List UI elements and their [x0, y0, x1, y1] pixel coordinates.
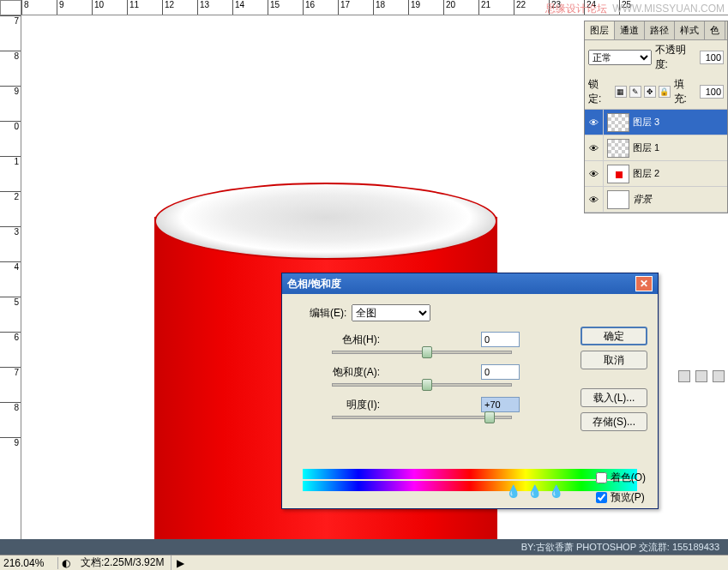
status-flyout-icon[interactable]: ▶: [171, 557, 190, 569]
saturation-input[interactable]: [481, 364, 520, 380]
lock-label: 锁定:: [588, 77, 611, 106]
tab-paths[interactable]: 路径: [645, 21, 675, 39]
fill-label: 填充:: [674, 77, 697, 106]
lock-transparency-icon[interactable]: ▦: [615, 86, 627, 98]
watermark: 思缘设计论坛WWW.MISSYUAN.COM: [545, 2, 725, 16]
ok-button[interactable]: 确定: [581, 327, 647, 345]
visibility-eye-icon[interactable]: [585, 110, 604, 135]
hue-spectrum-top: [303, 469, 637, 479]
layer-thumbnail[interactable]: [607, 165, 629, 183]
saturation-slider[interactable]: [332, 383, 512, 387]
load-button[interactable]: 载入(L)...: [581, 388, 647, 407]
eyedropper-minus-icon[interactable]: 💧: [549, 484, 563, 498]
layer-name-label: 背景: [633, 193, 652, 206]
layers-panel: 图层 通道 路径 样式 色 正常 不透明度: 锁定: ▦ ✎ ✥ 🔒 填充: 图…: [584, 21, 728, 213]
layer-row[interactable]: 图层 3: [585, 110, 727, 135]
close-button[interactable]: ✕: [635, 276, 653, 291]
lock-all-icon[interactable]: 🔒: [659, 86, 671, 98]
hue-input[interactable]: [481, 332, 520, 347]
layer-row[interactable]: 背景: [585, 187, 727, 213]
layer-name-label: 图层 1: [633, 141, 659, 154]
saturation-slider-thumb[interactable]: [422, 379, 432, 391]
layer-thumbnail[interactable]: [607, 139, 629, 158]
hue-saturation-dialog: 色相/饱和度 ✕ 编辑(E): 全图 色相(H): 饱和度(A): 明度(I):…: [281, 273, 659, 509]
tab-styles[interactable]: 样式: [675, 21, 705, 39]
tab-channels[interactable]: 通道: [615, 21, 645, 39]
panel-mini-icons: [678, 370, 725, 382]
visibility-eye-icon[interactable]: [585, 187, 604, 213]
eyedropper-tools: 💧 💧 💧: [506, 484, 563, 498]
eyedropper-icon[interactable]: 💧: [506, 484, 520, 498]
dialog-titlebar[interactable]: 色相/饱和度 ✕: [282, 273, 658, 294]
lightness-input[interactable]: [481, 397, 520, 412]
layer-thumbnail[interactable]: [607, 113, 629, 132]
lock-paint-icon[interactable]: ✎: [629, 86, 641, 98]
opacity-input[interactable]: [700, 51, 724, 64]
hue-slider-thumb[interactable]: [422, 346, 432, 358]
opacity-label: 不透明度:: [655, 43, 696, 72]
hue-slider[interactable]: [332, 351, 512, 354]
dialog-title: 色相/饱和度: [287, 277, 635, 291]
visibility-eye-icon[interactable]: [585, 161, 604, 187]
colorize-checkbox[interactable]: 着色(O): [596, 471, 646, 485]
saturation-label: 饱和度(A):: [292, 365, 387, 380]
zoom-level[interactable]: 216.04%: [0, 557, 58, 569]
tab-layers[interactable]: 图层: [585, 21, 615, 39]
eyedropper-plus-icon[interactable]: 💧: [527, 484, 542, 498]
tab-color[interactable]: 色: [705, 21, 725, 39]
save-button[interactable]: 存储(S)...: [581, 412, 647, 431]
panel-tabs: 图层 通道 路径 样式 色: [585, 21, 727, 40]
visibility-eye-icon[interactable]: [585, 135, 604, 161]
layer-row[interactable]: 图层 2: [585, 161, 727, 187]
lightness-label: 明度(I):: [292, 398, 387, 412]
mini-icon-3[interactable]: [713, 370, 725, 382]
edit-label: 编辑(E):: [310, 306, 346, 321]
mini-icon-1[interactable]: [678, 370, 690, 382]
layer-thumbnail[interactable]: [607, 190, 629, 209]
layer-row[interactable]: 图层 1: [585, 135, 727, 161]
status-bar: 216.04% ◐ 文档:2.25M/3.92M ▶: [0, 555, 728, 570]
lock-move-icon[interactable]: ✥: [644, 86, 656, 98]
mini-icon-2[interactable]: [695, 370, 707, 382]
cancel-button[interactable]: 取消: [581, 351, 647, 369]
hue-label: 色相(H):: [292, 333, 387, 347]
fill-input[interactable]: [700, 85, 724, 99]
layer-name-label: 图层 3: [633, 116, 659, 129]
document-size: 文档:2.25M/3.92M: [74, 555, 171, 570]
ruler-vertical: 7890123456789: [0, 15, 21, 555]
lightness-slider-thumb[interactable]: [484, 411, 495, 423]
blend-mode-select[interactable]: 正常: [588, 50, 652, 65]
layer-name-label: 图层 2: [633, 167, 659, 180]
lightness-slider[interactable]: [332, 416, 512, 419]
ruler-corner: [0, 0, 21, 15]
preview-checkbox[interactable]: 预览(P): [596, 490, 646, 505]
footer-credit: BY:古欲香萧 PHOTOSHOP 交流群: 155189433: [0, 539, 728, 555]
edit-select[interactable]: 全图: [352, 304, 430, 321]
hue-spectrum-bottom: [303, 481, 637, 491]
